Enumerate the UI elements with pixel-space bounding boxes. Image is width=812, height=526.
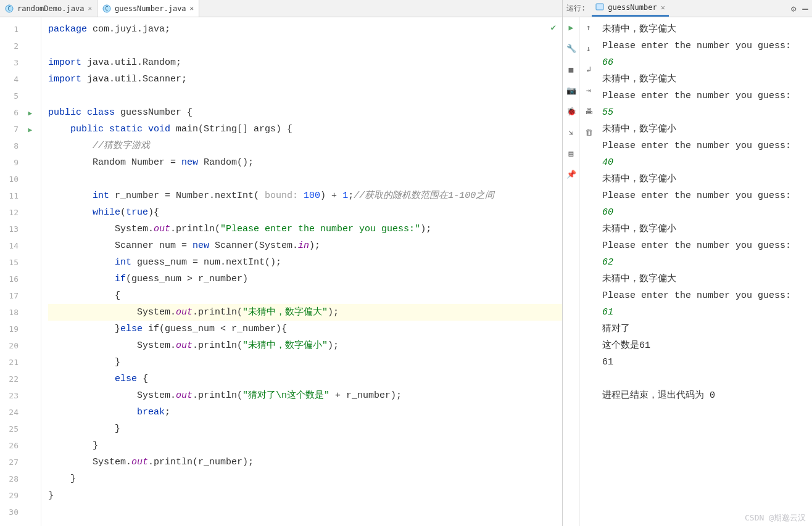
tab-randomdemo[interactable]: C randomDemo.java ✕ xyxy=(0,0,97,17)
run-gutter-icon[interactable]: ▶ xyxy=(28,121,32,138)
console-line: 未猜中，数字偏大 xyxy=(602,21,807,38)
console-line: 66 xyxy=(602,54,807,71)
scroll-icon[interactable]: ⇥ xyxy=(582,84,595,96)
stop-icon[interactable]: ■ xyxy=(565,63,578,75)
console-line: 未猜中，数字偏小 xyxy=(602,171,807,187)
fold-column xyxy=(37,17,46,526)
pin-icon[interactable]: 📌 xyxy=(565,168,578,180)
bug-icon[interactable]: 🐞 xyxy=(565,105,578,117)
console-line: 这个数是61 xyxy=(602,337,807,354)
wrench-icon[interactable]: 🔧 xyxy=(565,42,578,54)
tab-label: guessNumber.java xyxy=(115,4,186,13)
run-panel: 运行: guessNumber ✕ ⚙ — ▶ 🔧 ■ 📷 🐞 ⇲ ▤ 📌 ↑ … xyxy=(563,0,812,526)
java-file-icon: C xyxy=(102,4,111,13)
hide-icon[interactable]: — xyxy=(802,2,808,14)
layout-icon[interactable]: ▤ xyxy=(565,147,578,159)
console-output[interactable]: 未猜中，数字偏大Please enter the number you gues… xyxy=(597,17,812,526)
console-line: Please enter the number you guess: xyxy=(602,287,807,304)
run-tools-right: ↑ ↓ ↲ ⇥ 🖶 🗑 xyxy=(580,17,597,526)
console-line: Please enter the number you guess: xyxy=(602,187,807,204)
svg-rect-4 xyxy=(596,4,603,10)
code-area[interactable]: package com.juyi.java;import java.util.R… xyxy=(46,17,562,526)
run-gutter-icon[interactable]: ▶ xyxy=(28,104,32,121)
console-line: 61 xyxy=(602,354,807,371)
run-tab-label: guessNumber xyxy=(608,3,657,12)
run-header: 运行: guessNumber ✕ ⚙ — xyxy=(563,0,812,17)
trash-icon[interactable]: 🗑 xyxy=(582,126,595,138)
exit-icon[interactable]: ⇲ xyxy=(565,126,578,138)
console-line: Please enter the number you guess: xyxy=(602,237,807,254)
close-icon[interactable]: ✕ xyxy=(661,3,665,12)
console-line: 进程已结束，退出代码为 0 xyxy=(602,387,807,404)
console-line: 55 xyxy=(602,104,807,121)
editor-pane: C randomDemo.java ✕ C guessNumber.java ✕… xyxy=(0,0,563,526)
down-icon[interactable]: ↓ xyxy=(582,42,595,54)
gear-icon[interactable]: ⚙ xyxy=(791,4,796,14)
console-line: Please enter the number you guess: xyxy=(602,88,807,104)
line-gutter: 123456▶7▶8910111213141516171819202122232… xyxy=(0,17,37,526)
tab-label: randomDemo.java xyxy=(17,4,84,13)
console-line: 未猜中，数字偏大 xyxy=(602,271,807,287)
run-body: ▶ 🔧 ■ 📷 🐞 ⇲ ▤ 📌 ↑ ↓ ↲ ⇥ 🖶 🗑 未猜中，数字偏大Plea… xyxy=(563,17,812,526)
up-icon[interactable]: ↑ xyxy=(582,21,595,33)
print-icon[interactable]: 🖶 xyxy=(582,105,595,117)
console-line: 未猜中，数字偏小 xyxy=(602,121,807,138)
java-file-icon: C xyxy=(5,4,14,13)
editor-body: ✔ 123456▶7▶89101112131415161718192021222… xyxy=(0,17,562,526)
console-line: 猜对了 xyxy=(602,321,807,337)
watermark: CSDN @期邈云汉 xyxy=(745,512,806,524)
close-icon[interactable]: ✕ xyxy=(190,4,194,12)
tab-guessnumber[interactable]: C guessNumber.java ✕ xyxy=(97,0,199,17)
console-line: 未猜中，数字偏小 xyxy=(602,221,807,237)
editor-tabs: C randomDemo.java ✕ C guessNumber.java ✕ xyxy=(0,0,562,17)
console-line: Please enter the number you guess: xyxy=(602,38,807,54)
console-line: Please enter the number you guess: xyxy=(602,138,807,154)
run-config-icon xyxy=(595,2,604,13)
console-line: 61 xyxy=(602,304,807,321)
rerun-icon[interactable]: ▶ xyxy=(565,21,578,33)
svg-text:C: C xyxy=(8,6,11,12)
console-line: 40 xyxy=(602,154,807,171)
console-line xyxy=(602,371,807,387)
softwrap-icon[interactable]: ↲ xyxy=(582,63,595,75)
run-label: 运行: xyxy=(566,3,586,14)
console-line: 62 xyxy=(602,254,807,271)
camera-icon[interactable]: 📷 xyxy=(565,84,578,96)
close-icon[interactable]: ✕ xyxy=(88,4,92,12)
svg-text:C: C xyxy=(106,6,109,12)
console-line: 未猜中，数字偏大 xyxy=(602,71,807,88)
run-tools-left: ▶ 🔧 ■ 📷 🐞 ⇲ ▤ 📌 xyxy=(563,17,580,526)
console-line: 60 xyxy=(602,204,807,221)
run-tab[interactable]: guessNumber ✕ xyxy=(592,0,669,17)
